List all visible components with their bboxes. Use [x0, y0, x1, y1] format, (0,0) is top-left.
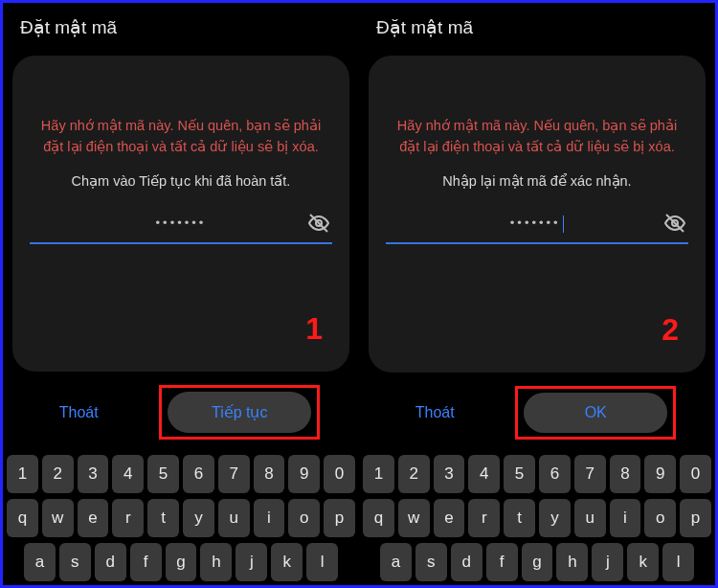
key-6[interactable]: 6: [183, 455, 214, 493]
key-3[interactable]: 3: [78, 455, 109, 493]
key-q[interactable]: q: [7, 499, 38, 537]
hint-text: Nhập lại mật mã để xác nhận.: [442, 173, 631, 189]
key-e[interactable]: e: [78, 499, 109, 537]
button-row: Thoát Tiếp tục: [12, 377, 349, 449]
key-k[interactable]: k: [627, 543, 659, 581]
password-row: •••••••: [30, 215, 332, 244]
password-input[interactable]: •••••••: [386, 215, 688, 237]
key-9[interactable]: 9: [644, 455, 676, 493]
passcode-card: Hãy nhớ mật mã này. Nếu quên, bạn sẽ phả…: [369, 56, 706, 373]
warning-text: Hãy nhớ mật mã này. Nếu quên, bạn sẽ phả…: [386, 115, 688, 158]
key-6[interactable]: 6: [539, 455, 571, 493]
key-0[interactable]: 0: [324, 455, 355, 493]
key-f[interactable]: f: [486, 543, 518, 581]
key-p[interactable]: p: [680, 499, 711, 537]
key-h[interactable]: h: [556, 543, 588, 581]
key-l[interactable]: l: [306, 543, 338, 581]
key-8[interactable]: 8: [610, 455, 641, 493]
key-g[interactable]: g: [522, 543, 553, 581]
key-a[interactable]: a: [380, 543, 412, 581]
key-i[interactable]: i: [610, 499, 641, 537]
keyboard: 1234567890 qwertyuiop asdfghjkl: [3, 449, 359, 585]
key-r[interactable]: r: [112, 499, 144, 537]
step-number: 2: [662, 312, 679, 348]
key-u[interactable]: u: [218, 499, 250, 537]
key-w[interactable]: w: [398, 499, 430, 537]
key-1[interactable]: 1: [7, 455, 38, 493]
key-o[interactable]: o: [288, 499, 320, 537]
keyboard-row-asdf: asdfghjkl: [7, 543, 355, 581]
key-s[interactable]: s: [415, 543, 447, 581]
key-a[interactable]: a: [24, 543, 56, 581]
key-o[interactable]: o: [644, 499, 676, 537]
key-t[interactable]: t: [147, 499, 179, 537]
key-r[interactable]: r: [468, 499, 500, 537]
text-cursor: [563, 215, 565, 233]
key-u[interactable]: u: [574, 499, 606, 537]
key-l[interactable]: l: [662, 543, 694, 581]
key-5[interactable]: 5: [504, 455, 535, 493]
keyboard-row-asdf: asdfghjkl: [363, 543, 711, 581]
hint-text: Chạm vào Tiếp tục khi đã hoàn tất.: [72, 173, 291, 189]
key-g[interactable]: g: [166, 543, 197, 581]
page-title: Đặt mật mã: [359, 3, 715, 56]
key-1[interactable]: 1: [363, 455, 394, 493]
panel-step-1: Đặt mật mã Hãy nhớ mật mã này. Nếu quên,…: [3, 3, 359, 585]
visibility-off-icon[interactable]: [307, 212, 330, 238]
key-e[interactable]: e: [434, 499, 465, 537]
password-row: •••••••: [386, 215, 688, 244]
key-p[interactable]: p: [324, 499, 355, 537]
key-4[interactable]: 4: [468, 455, 500, 493]
keyboard-row-numbers: 1234567890: [7, 455, 355, 493]
passcode-card: Hãy nhớ mật mã này. Nếu quên, bạn sẽ phả…: [12, 56, 349, 372]
warning-text: Hãy nhớ mật mã này. Nếu quên, bạn sẽ phả…: [30, 115, 332, 158]
key-3[interactable]: 3: [434, 455, 465, 493]
keyboard-row-qwerty: qwertyuiop: [7, 499, 355, 537]
cancel-button[interactable]: Thoát: [398, 393, 472, 433]
cancel-button[interactable]: Thoát: [42, 393, 116, 433]
key-7[interactable]: 7: [574, 455, 606, 493]
key-s[interactable]: s: [59, 543, 91, 581]
panel-step-2: Đặt mật mã Hãy nhớ mật mã này. Nếu quên,…: [359, 3, 715, 585]
ok-button[interactable]: OK: [524, 393, 667, 433]
key-j[interactable]: j: [592, 543, 623, 581]
key-j[interactable]: j: [236, 543, 267, 581]
key-w[interactable]: w: [42, 499, 74, 537]
key-d[interactable]: d: [451, 543, 482, 581]
keyboard-row-qwerty: qwertyuiop: [363, 499, 711, 537]
password-input[interactable]: •••••••: [30, 215, 332, 237]
key-7[interactable]: 7: [218, 455, 250, 493]
key-4[interactable]: 4: [112, 455, 144, 493]
key-d[interactable]: d: [95, 543, 126, 581]
continue-button[interactable]: Tiếp tục: [168, 392, 311, 433]
key-2[interactable]: 2: [398, 455, 430, 493]
button-row: Thoát OK: [369, 378, 706, 449]
keyboard: 1234567890 qwertyuiop asdfghjkl: [359, 449, 715, 585]
page-title: Đặt mật mã: [3, 3, 359, 56]
primary-highlight: Tiếp tục: [159, 385, 320, 440]
keyboard-row-numbers: 1234567890: [363, 455, 711, 493]
key-y[interactable]: y: [183, 499, 214, 537]
key-5[interactable]: 5: [147, 455, 179, 493]
key-k[interactable]: k: [271, 543, 303, 581]
key-f[interactable]: f: [130, 543, 162, 581]
key-0[interactable]: 0: [680, 455, 711, 493]
key-8[interactable]: 8: [254, 455, 285, 493]
password-mask: •••••••: [510, 215, 561, 230]
primary-highlight: OK: [515, 386, 676, 440]
key-9[interactable]: 9: [288, 455, 320, 493]
key-t[interactable]: t: [504, 499, 535, 537]
key-q[interactable]: q: [363, 499, 394, 537]
visibility-off-icon[interactable]: [663, 212, 686, 238]
step-number: 1: [305, 311, 323, 347]
key-i[interactable]: i: [254, 499, 285, 537]
key-h[interactable]: h: [200, 543, 232, 581]
key-2[interactable]: 2: [42, 455, 74, 493]
key-y[interactable]: y: [539, 499, 571, 537]
